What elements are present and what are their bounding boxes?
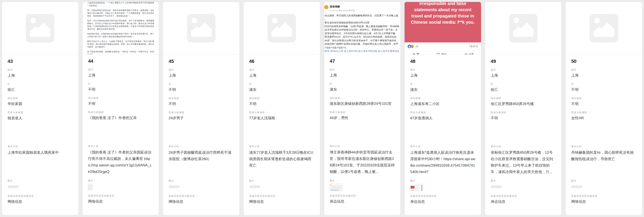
field-label-city: 城市 [88,68,154,71]
redcard-quote-text: irresponsible and false statements about… [410,2,475,25]
card-number: 45 [168,58,234,64]
field-label-direct: 直接信息还是间接信息 [330,194,395,197]
speech-bubble-icon [436,52,440,55]
image-thumbnail [330,184,342,191]
field-label-city: 城市 [168,68,234,71]
record-card-45[interactable]: 45 城市 上海 区 不明 地址描述 不明 死者大体描述 24岁男子 事件介绍 … [163,2,240,215]
reaction-like-icon [408,44,411,48]
field-value-direct: 身边信息 [491,199,556,205]
weibo-body: 一名志愿者，昨日我投入路浦西核酸检测的队伍，但是累了一天后晚上接 上。 哥家住浦… [324,14,401,53]
field-label-direct: 直接信息还是间接信息 [249,195,314,198]
field-value-city: 上海 [410,73,476,78]
field-label-image: 图片 [88,179,154,182]
image-thumbnail [491,185,502,188]
field-label-address: 地址描述 [410,97,476,100]
field-label-district: 区 [330,82,395,85]
field-value-address: 不明 [571,101,636,107]
field-value-event: 上海浦东*血透病人延误治疗致死且遗体滞留家中约30小时！https://shar… [410,149,476,175]
field-label-city: 城市 [491,68,556,71]
field-value-deceased: 44岁，男性 [330,115,395,141]
field-value-district: 不明 [168,87,234,93]
field-label-image: 图片 [8,180,73,182]
field-value-city: 上海 [491,73,556,78]
card-cover-redcard-screenshot: irresponsible and false statements about… [404,2,481,55]
field-label-image: 图片 [571,180,636,182]
image-thumbnail-row [330,184,395,191]
card-cover [485,2,562,55]
reaction-row: 19 7条评论 [404,42,481,48]
field-value-deceased: 《我的爸爸 没了》作者的父亲 [88,115,154,141]
record-card-50[interactable]: 50 城市 上海 区 不明 地址描述 不明 死者大体描述 女性HR 事件介绍 丹… [565,2,642,215]
card-cover [163,2,240,55]
card-content: 44 城市 上海 区 不明 地址描述 不明 死者大体描述 《我的爸爸 没了》作者… [82,54,159,215]
field-label-deceased: 死者大体描述 [330,111,395,114]
field-value-event: 博主茶香禅静44岁的堂哥因延误治疗去世：我哥哥家住浦东新区唐镇创新西路28弄24… [330,149,395,175]
image-thumbnail-row [571,184,636,191]
like-button[interactable]: 赞 [412,52,419,55]
card-number: 43 [8,58,73,64]
field-value-city: 上海 [168,73,234,78]
field-value-address: 华欣家园 [8,101,73,107]
field-value-event: 《我的爸爸 没了》作者的父亲因延误治疗而不得不高位截肢，未久遍离世 https:… [88,149,154,175]
field-label-event: 事件介绍 [8,145,73,148]
card-content: 45 城市 上海 区 不明 地址描述 不明 死者大体描述 24岁男子 事件介绍 … [163,55,240,215]
action-bar: 赞 评论 分享 [404,51,481,55]
image-thumbnail [88,184,92,190]
card-content: 46 城市 上海 区 浦东 地址描述 不明 死者大体描述 77岁老人沈瑞根 事件… [244,55,320,215]
image-thumbnail [8,185,19,188]
like-label: 赞 [416,52,419,55]
field-value-event: 坐标徐汇区罗秀路850弄26号楼，12号在小区群里求救需要硝酸甘油，没见到救护车… [491,149,556,175]
card-cover [566,2,642,55]
image-thumbnail-row [168,184,234,191]
record-card-47[interactable]: 茶香禅静 4-2 02:31 来自 iPhone客户端 一名志愿者，昨日我投入路… [324,2,401,215]
weibo-text-line: 上。 [324,17,401,21]
field-value-deceased: 不明 [491,115,556,141]
record-card-48[interactable]: irresponsible and false statements about… [404,2,481,215]
field-label-district: 区 [168,83,234,85]
card-content: 43 城市 上海 区 徐汇 地址描述 华欣家园 死者大体描述 独居老人 事件介绍… [2,55,78,215]
image-placeholder-icon [509,14,538,42]
field-value-event: 浦东77岁老人沈瑞根于3月28日晚在ICU病房因长期末肾透析造成的心肌衰竭而死亡 [249,149,314,175]
weibo-text-line: 0220329去医院采样核酸，以便1号血透，晚上被告知核酸异样，等待转移 [324,24,401,28]
field-label-address: 地址描述 [8,97,73,100]
field-label-event: 事件介绍 [88,145,154,148]
comments-count: 7条评论 [469,44,478,48]
field-label-image: 图片 [410,180,476,182]
field-label-event: 事件介绍 [168,145,234,148]
field-value-city: 上海 [571,73,636,78]
field-value-deceased: 24岁男子 [168,115,234,141]
field-value-deceased: 独居老人 [8,115,73,141]
card-number: 50 [571,58,636,64]
share-button[interactable]: 分享 [464,52,474,55]
field-label-image: 图片 [249,180,314,182]
field-label-district: 区 [410,83,476,85]
weibo-text-line: 在44岁。我大伯和我大伯母70多岁老来丧子，对于整个事情我不做评价， [324,39,401,42]
record-card-49[interactable]: 49 城市 上海 区 徐汇 地址描述 徐汇区罗秀路850弄26号楼 死者大体描述… [485,2,562,215]
image-thumbnail [410,184,415,191]
field-label-city: 城市 [571,68,636,71]
image-thumbnail [419,184,423,191]
card-number: 47 [330,58,395,64]
field-value-address: 不明 [168,101,234,107]
record-card-46[interactable]: 46 城市 上海 区 浦东 地址描述 不明 死者大体描述 77岁老人沈瑞根 事件… [243,2,320,215]
card-content: 47 城市 上海 区 浦东 地址描述 浦东新区唐镇创新西路28弄24号101室 … [324,54,401,215]
card-cover-weibo-screenshot: 茶香禅静 4-2 02:31 来自 iPhone客户端 一名志愿者，昨日我投入路… [324,2,401,54]
field-label-direct: 直接信息还是间接信息 [410,195,476,198]
comment-button[interactable]: 评论 [436,52,446,55]
weibo-text-line: 从这天开始我大伯停地电话12345，疾控中心，居委转运车一直不来。永 [324,28,401,32]
reaction-count: 19 [415,45,418,48]
field-value-direct: 网络信息 [168,199,234,205]
field-label-event: 事件介绍 [330,145,395,148]
field-label-address: 地址描述 [249,97,314,100]
weibo-mentions: 海发布 @News上海 @上海12345 @上海市市民信箱 @上海市志愿者协会 [324,49,401,53]
field-label-deceased: 死者大体描述 [249,111,314,114]
field-value-deceased: 67岁血透病人 [410,115,476,141]
image-placeholder-icon [26,14,54,42]
weibo-text-line: 联系居委呼叫120，直到下午1点才到，经过40分钟的抢救，我哥的生命 [324,35,401,39]
record-card-43[interactable]: 43 城市 上海 区 徐汇 地址描述 华欣家园 死者大体描述 独居老人 事件介绍… [2,2,79,215]
card-cover [2,2,78,55]
card-number: 49 [491,58,556,64]
record-card-44[interactable]: 人都没有这样的机会，一个病人需要几十个人的同时帮助和关怀才有可能获得一丝的机会！… [82,2,159,215]
field-value-district: 浦东 [330,87,395,92]
field-label-direct: 直接信息还是间接信息 [571,195,636,198]
